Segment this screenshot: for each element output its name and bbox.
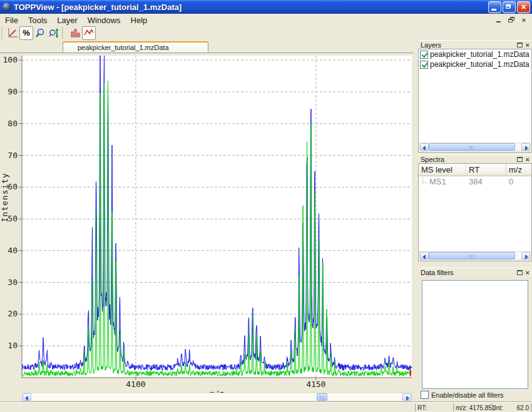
magnifier-icon (34, 28, 46, 39)
data-filters-float-icon[interactable] (517, 270, 523, 275)
show-peaks-button[interactable] (68, 26, 82, 40)
svg-text:10: 10 (8, 341, 18, 350)
column-ms-level[interactable]: MS level (419, 164, 466, 176)
scrollbar-grip (320, 396, 325, 399)
menu-layer[interactable]: Layer (52, 14, 83, 26)
layers-float-icon[interactable] (517, 43, 523, 48)
menu-file[interactable]: File (0, 14, 23, 26)
scroll-left-button[interactable] (420, 252, 429, 259)
line-chart-icon (83, 28, 95, 39)
spectra-float-icon[interactable] (517, 157, 523, 162)
status-int-value: 62.0 (517, 404, 529, 411)
layers-scrollbar-thumb[interactable] (429, 143, 515, 151)
zoom-tool-button[interactable] (33, 26, 47, 40)
title-bar[interactable]: TOPPView - [peakpicker_tutorial_1.mzData… (0, 0, 532, 14)
show-raw-data-button[interactable] (82, 26, 96, 40)
spectrum-view: Intensity 10203040506070809010041004150m… (0, 53, 413, 402)
arrow-left-icon (422, 146, 426, 151)
mdi-close-button[interactable]: × (519, 16, 528, 24)
layers-horizontal-scrollbar[interactable] (419, 143, 531, 151)
mdi-restore-button[interactable] (507, 16, 516, 24)
data-filters-panel-title: Data filters (421, 269, 454, 276)
spectra-horizontal-scrollbar[interactable] (419, 251, 531, 260)
layer-label: peakpicker_tutorial_1.mzData (Bas (430, 60, 530, 69)
reset-zoom-button[interactable] (6, 26, 19, 40)
svg-text:80: 80 (8, 119, 18, 128)
spectra-close-icon[interactable]: × (526, 156, 529, 163)
plot-scrollbar-track[interactable] (31, 393, 402, 401)
layer-item[interactable]: peakpicker_tutorial_1.mzData (Bas (419, 59, 531, 69)
svg-text:4100: 4100 (126, 379, 145, 389)
app-icon (3, 3, 11, 11)
mdi-minimize-icon (496, 21, 501, 23)
data-filters-list[interactable] (422, 280, 528, 389)
minimize-icon (491, 9, 496, 11)
menu-help[interactable]: Help (126, 14, 153, 26)
layers-panel-body: peakpicker_tutorial_1.mzData peakpicker_… (418, 49, 532, 153)
scroll-left-button[interactable] (420, 143, 429, 151)
svg-text:70: 70 (8, 151, 18, 160)
column-mz[interactable]: m/z (506, 164, 531, 176)
scrollbar-grip (469, 146, 474, 149)
minimize-button[interactable] (488, 1, 501, 13)
spectra-table-header: MS level RT m/z (419, 164, 531, 176)
svg-text:%: % (23, 28, 30, 38)
scroll-right-button[interactable] (402, 393, 411, 401)
spectra-scrollbar-thumb[interactable] (429, 252, 515, 259)
zoom-stack-button[interactable] (47, 26, 61, 40)
cell-rt: 384 (469, 177, 483, 186)
cell-mz: 0 (509, 177, 513, 186)
status-mz-value: m/z: 4175.851 (456, 404, 495, 411)
mdi-restore-icon (508, 17, 514, 23)
status-bar: RT: m/z: 4175.851 Int: 62.0 (0, 402, 532, 412)
mdi-close-icon: × (519, 16, 528, 24)
close-button[interactable]: × (517, 1, 530, 13)
arrow-right-icon (525, 146, 528, 151)
plot-scrollbar-thumb[interactable] (317, 393, 327, 401)
percent-icon: % (21, 28, 32, 39)
status-int: Int: 62.0 (492, 404, 531, 411)
menu-windows[interactable]: Windows (83, 14, 126, 26)
window-title: TOPPView - [peakpicker_tutorial_1.mzData… (14, 3, 487, 12)
layer-item[interactable]: peakpicker_tutorial_1.mzData (419, 49, 531, 59)
layers-scrollbar-track[interactable] (429, 143, 521, 151)
arrow-right-icon (525, 254, 528, 259)
svg-text:20: 20 (8, 309, 18, 318)
restore-button[interactable] (503, 1, 516, 13)
scroll-right-button[interactable] (521, 252, 530, 259)
plot-horizontal-scrollbar[interactable] (22, 393, 412, 401)
tab-peakpicker-tutorial[interactable]: peakpicker_tutorial_1.mzData (63, 41, 208, 53)
magnifier-arrows-icon (48, 28, 59, 39)
data-filters-panel-titlebar: Data filters × (418, 268, 532, 276)
spectra-scrollbar-track[interactable] (429, 252, 521, 259)
enable-filters-row: Enable/disable all filters (421, 391, 504, 399)
percentage-mode-button[interactable]: % (19, 26, 33, 40)
layer-label: peakpicker_tutorial_1.mzData (430, 50, 529, 59)
toolbar-drag-handle[interactable] (1, 28, 4, 39)
mdi-minimize-button[interactable] (494, 16, 503, 24)
mdi-window-controls: × (494, 16, 532, 24)
scroll-right-button[interactable] (521, 143, 530, 151)
layers-panel-titlebar: Layers × (418, 40, 532, 49)
scroll-left-button[interactable] (23, 393, 31, 401)
enable-filters-label: Enable/disable all filters (431, 391, 504, 399)
status-rt: RT: (415, 404, 453, 411)
layer-checkbox[interactable] (420, 51, 428, 59)
check-icon (421, 51, 427, 58)
layers-close-icon[interactable]: × (526, 42, 529, 48)
axes-diagonal-line-icon (7, 28, 18, 39)
enable-filters-checkbox[interactable] (421, 391, 429, 399)
menu-tools[interactable]: Tools (23, 14, 52, 26)
svg-text:100: 100 (3, 55, 18, 64)
table-row[interactable]: MS1 384 0 (419, 176, 531, 186)
data-filters-close-icon[interactable]: × (526, 269, 529, 276)
column-rt[interactable]: RT (466, 164, 506, 176)
layer-checkbox[interactable] (420, 61, 428, 69)
restore-icon (506, 4, 511, 9)
layers-panel-title: Layers (421, 41, 441, 49)
status-rt-label: RT: (417, 404, 427, 411)
tree-branch-icon (422, 178, 427, 183)
document-tab-bar: peakpicker_tutorial_1.mzData (0, 40, 413, 53)
svg-text:40: 40 (8, 246, 18, 255)
spectrum-canvas[interactable]: 10203040506070809010041004150m/z (0, 53, 413, 403)
